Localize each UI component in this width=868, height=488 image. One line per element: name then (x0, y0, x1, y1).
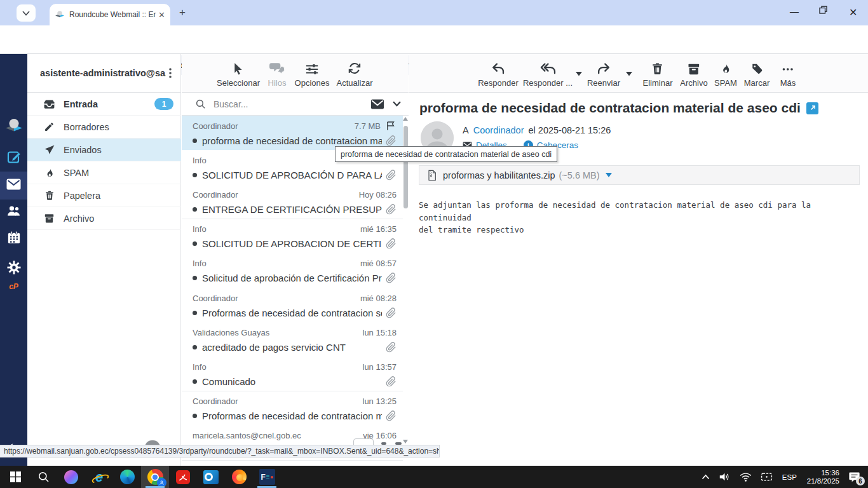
reply-all-icon (539, 59, 556, 76)
compose-icon[interactable] (0, 149, 27, 165)
delete-button[interactable]: Eliminar (643, 59, 673, 88)
tray-expand-chevron-icon[interactable] (702, 474, 710, 480)
refresh-button[interactable]: Actualizar (336, 59, 372, 88)
account-menu-icon[interactable] (166, 67, 175, 79)
reply-all-button[interactable]: Responder ... (523, 59, 573, 88)
trash-icon (43, 190, 55, 201)
system-tray: ESP 15:36 21/8/2025 6 (697, 466, 868, 488)
pencil-icon (43, 121, 55, 132)
attachment-size: (~5.6 MB) (559, 170, 600, 180)
copilot-icon[interactable] (57, 466, 85, 488)
search-scope-mail-icon[interactable] (371, 99, 384, 109)
new-tab-button[interactable]: + (179, 6, 186, 19)
message-subject: acreditado de pagos servicio CNT (202, 342, 382, 353)
unread-dot (193, 173, 197, 177)
spam-button[interactable]: SPAM (714, 59, 737, 88)
mark-button[interactable]: Marcar (744, 59, 770, 88)
reply-button[interactable]: Responder (478, 59, 519, 88)
message-subject: Comunicado (202, 376, 382, 387)
folder-inbox[interactable]: Entrada 1 (27, 93, 181, 116)
select-button[interactable]: Seleccionar (217, 59, 260, 88)
threads-icon (269, 59, 285, 76)
attachment-menu-caret[interactable] (606, 173, 612, 177)
status-url: https://webmail.sanjuan.gob.ec/cpsess048… (4, 447, 439, 456)
browser-tab[interactable]: Roundcube Webmail :: Enviados ✕ (50, 4, 170, 25)
firefox-icon[interactable] (225, 466, 253, 488)
list-scrollbar[interactable] (403, 117, 409, 444)
taskbar-search-button[interactable] (29, 466, 57, 488)
recipient-link[interactable]: Coordinador (473, 125, 524, 135)
list-item[interactable]: CoordinadorHoy 08:26ENTREGA DE CERTIFICA… (182, 184, 403, 219)
list-item[interactable]: Coordinadorlun 13:25Proformas de necesid… (182, 391, 403, 426)
to-prefix: A (463, 125, 469, 135)
reply-all-menu-caret[interactable] (576, 72, 582, 76)
open-in-new-window-icon[interactable] (806, 102, 818, 114)
folder-drafts[interactable]: Borradores (27, 116, 181, 139)
folder-archive[interactable]: Archivo (27, 207, 181, 230)
scrollbar-thumb[interactable] (403, 126, 408, 208)
message-meta: lun 13:57 (363, 362, 397, 372)
list-item[interactable]: Infomié 16:35SOLICITUD DE APROBACION DE … (182, 219, 403, 254)
scroll-down-arrow[interactable] (403, 440, 408, 444)
tab-close-icon[interactable]: ✕ (158, 10, 165, 20)
contacts-icon[interactable] (0, 204, 27, 218)
language-indicator[interactable]: ESP (782, 473, 797, 481)
scroll-up-arrow[interactable] (403, 117, 408, 121)
refresh-icon (347, 59, 362, 76)
folder-label: SPAM (64, 168, 181, 178)
calendar-icon[interactable] (0, 231, 27, 244)
message-subject: proforma de necesidad de contratacion ma… (202, 135, 382, 146)
settings-gear-icon[interactable] (0, 260, 27, 275)
folder-label: Archivo (64, 214, 181, 224)
message-meta: lun 15:18 (363, 328, 397, 337)
acrobat-icon[interactable] (169, 466, 197, 488)
search-input[interactable] (212, 98, 371, 110)
notification-center-icon[interactable]: 6 (848, 471, 860, 482)
chrome-icon[interactable] (141, 466, 169, 488)
clock[interactable]: 15:36 21/8/2025 (807, 469, 839, 485)
volume-icon[interactable] (719, 471, 731, 482)
search-options-chevron-icon[interactable] (393, 101, 401, 107)
start-button[interactable] (1, 466, 29, 488)
list-item[interactable]: Infomié 08:57Solicitud de aprobación de … (182, 254, 403, 288)
attachment-paperclip-icon (386, 238, 397, 249)
attachment-paperclip-icon (386, 308, 397, 318)
folder-sent[interactable]: Enviados (27, 139, 181, 161)
screen-cast-icon[interactable] (761, 472, 773, 482)
message-sender: Coordinador (193, 121, 351, 131)
forward-menu-caret[interactable] (626, 72, 632, 76)
tab-search-button[interactable] (17, 4, 36, 22)
list-item[interactable]: Coordinadormié 08:28Proformas de necesid… (182, 288, 403, 323)
options-button[interactable]: Opciones (295, 59, 330, 88)
fes-app-icon[interactable]: F ≡ (253, 466, 281, 488)
cpanel-icon[interactable]: cP (0, 282, 27, 291)
mail-icon[interactable] (0, 179, 27, 190)
unread-dot (193, 379, 197, 384)
list-item[interactable]: Infolun 13:57Comunicado (182, 356, 403, 391)
window-close-button[interactable]: ✕ (849, 6, 857, 18)
body-line: Se adjuntan las proforma de necesidad de… (419, 199, 857, 224)
zip-file-icon (427, 169, 437, 182)
archive-button[interactable]: Archivo (680, 59, 707, 88)
internet-explorer-icon[interactable]: e (85, 466, 113, 488)
list-item[interactable]: Validaciones Guayaslun 15:18acreditado d… (182, 322, 403, 357)
account-row[interactable]: asistente-administrativo@sa... (27, 54, 181, 93)
edge-icon[interactable] (113, 466, 141, 488)
attachment-bar[interactable]: proformas y habilitantes.zip (~5.6 MB) (419, 165, 860, 185)
folder-spam[interactable]: SPAM (27, 161, 181, 184)
wifi-icon[interactable] (740, 472, 752, 482)
more-button[interactable]: Más (780, 59, 796, 88)
folder-trash[interactable]: Papelera (27, 184, 181, 207)
message-meta: mié 16:35 (360, 224, 397, 234)
outlook-icon[interactable] (197, 466, 225, 488)
message-subject: ENTREGA DE CERTIFICACIÓN PRESUPUEST... (202, 204, 382, 215)
window-minimize-button[interactable]: — (790, 6, 799, 17)
attachment-paperclip-icon (386, 376, 397, 387)
flag-icon[interactable] (385, 120, 397, 132)
list-item[interactable]: Coordinador7.7 MBproforma de necesidad d… (182, 116, 403, 151)
window-restore-button[interactable] (819, 6, 827, 14)
threads-button[interactable]: Hilos (268, 59, 287, 88)
unread-dot (193, 345, 197, 349)
attachment-name[interactable]: proformas y habilitantes.zip (443, 170, 555, 180)
forward-button[interactable]: Reenviar (587, 59, 620, 88)
